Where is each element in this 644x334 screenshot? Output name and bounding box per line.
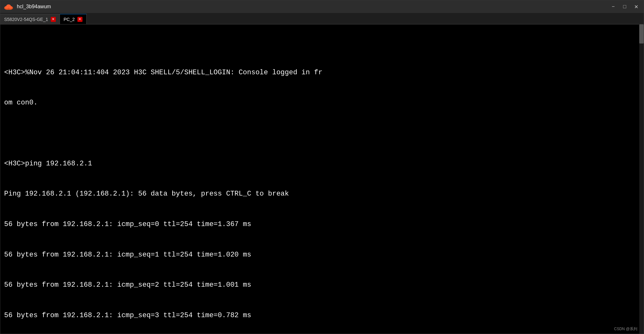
- minimize-button[interactable]: −: [609, 3, 618, 10]
- scrollbar-thumb[interactable]: [639, 24, 644, 43]
- terminal-line-4: Ping 192.168.2.1 (192.168.2.1): 56 data …: [4, 189, 635, 199]
- restore-button[interactable]: □: [620, 3, 629, 10]
- tab-s5820-label: S5820V2-54QS-GE_1: [4, 17, 48, 22]
- terminal-line-0: <H3C>%Nov 26 21:04:11:404 2023 H3C SHELL…: [4, 68, 635, 78]
- tab-pc2-close[interactable]: ✕: [77, 17, 82, 22]
- watermark: CSDN @系列: [614, 326, 637, 332]
- tab-s5820-close[interactable]: ✕: [51, 17, 56, 22]
- tab-pc2[interactable]: PC_2 ✕: [60, 14, 87, 24]
- terminal-line-8: 56 bytes from 192.168.2.1: icmp_seq=3 tt…: [4, 311, 635, 321]
- svg-point-5: [6, 4, 11, 8]
- terminal-line-3: <H3C>ping 192.168.2.1: [4, 159, 635, 169]
- title-bar-left: hcl_3b94awum: [3, 3, 51, 10]
- terminal-area[interactable]: <H3C>%Nov 26 21:04:11:404 2023 H3C SHELL…: [0, 24, 644, 334]
- title-bar-controls: − □ ✕: [609, 3, 641, 10]
- tab-pc2-label: PC_2: [64, 17, 75, 22]
- terminal-line-6: 56 bytes from 192.168.2.1: icmp_seq=1 tt…: [4, 250, 635, 260]
- close-button[interactable]: ✕: [632, 3, 641, 10]
- tab-bar: S5820V2-54QS-GE_1 ✕ PC_2 ✕: [0, 13, 644, 24]
- terminal-line-5: 56 bytes from 192.168.2.1: icmp_seq=0 tt…: [4, 219, 635, 230]
- terminal-content: <H3C>%Nov 26 21:04:11:404 2023 H3C SHELL…: [4, 47, 635, 334]
- main-window: hcl_3b94awum − □ ✕ S5820V2-54QS-GE_1 ✕ P…: [0, 0, 644, 334]
- terminal-line-7: 56 bytes from 192.168.2.1: icmp_seq=2 tt…: [4, 280, 635, 290]
- terminal-line-2: [4, 128, 635, 138]
- window-title: hcl_3b94awum: [17, 4, 51, 10]
- title-bar: hcl_3b94awum − □ ✕: [0, 0, 644, 13]
- cloud-icon: [3, 3, 14, 10]
- terminal-line-1: om con0.: [4, 98, 635, 108]
- tab-s5820[interactable]: S5820V2-54QS-GE_1 ✕: [0, 14, 60, 24]
- scrollbar[interactable]: [639, 24, 644, 334]
